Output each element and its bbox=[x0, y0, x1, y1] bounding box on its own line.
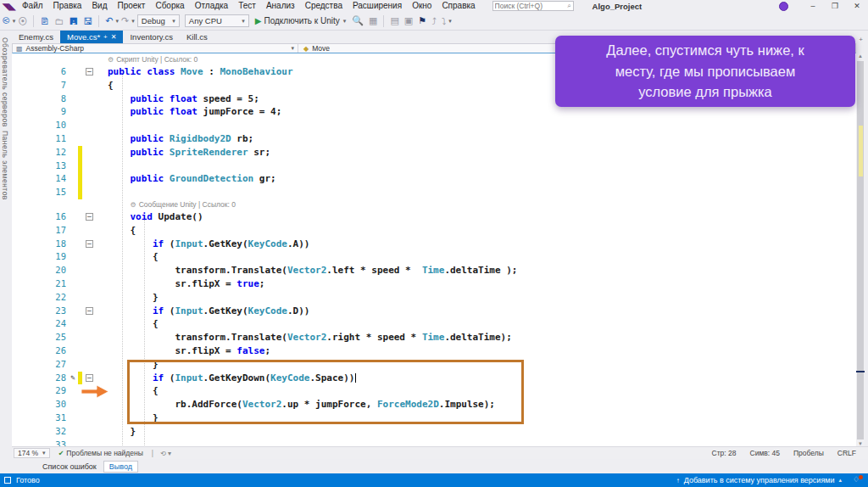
redo-icon[interactable]: ↷ bbox=[121, 15, 129, 26]
new-file-icon[interactable]: 🖹 bbox=[40, 16, 49, 26]
code-line-22[interactable]: 22 } bbox=[12, 291, 856, 305]
zoom-combo[interactable]: 174 % ▾ bbox=[14, 448, 50, 458]
codelens-row[interactable]: ⚙Сообщение Unity | Ссылок: 0 bbox=[12, 199, 856, 210]
codelens-icon: ⚙ bbox=[108, 56, 114, 64]
code-line-15[interactable]: 15 bbox=[12, 186, 856, 199]
fold-collapse-icon[interactable]: – bbox=[86, 213, 93, 221]
find-in-files-icon[interactable]: 🔍 bbox=[352, 15, 364, 26]
menu-анализ[interactable]: Анализ bbox=[261, 0, 300, 12]
eol-indicator[interactable]: CRLF bbox=[837, 449, 856, 457]
add-to-source-control-button[interactable]: Добавить в систему управления версиями bbox=[684, 476, 835, 484]
code-line-11[interactable]: 11 public Rigidbody2D rb; bbox=[12, 132, 856, 146]
menu-расширения[interactable]: Расширения bbox=[348, 0, 407, 12]
prev-bookmark-icon[interactable]: ⤴ bbox=[431, 16, 437, 26]
code-health-indicator[interactable]: ✔ Проблемы не найдены bbox=[58, 449, 143, 457]
attach-to-unity-button[interactable]: ▶ Подключить к Unity ▾ bbox=[255, 16, 347, 25]
code-line-21[interactable]: 21 sr.flipX = true; bbox=[12, 277, 856, 291]
scrollbar-thumb[interactable] bbox=[857, 61, 864, 439]
code-line-24[interactable]: 24 { bbox=[12, 317, 856, 331]
scroll-up-icon[interactable]: ▲ bbox=[856, 53, 865, 59]
close-tab-icon[interactable]: ✕ bbox=[111, 31, 117, 43]
menu-средства[interactable]: Средства bbox=[300, 0, 348, 12]
code-line-25[interactable]: 25 transform.Translate(Vector2.right * s… bbox=[12, 331, 856, 344]
restore-button[interactable]: ❐ bbox=[824, 0, 846, 12]
menu-bar: ФайлПравкаВидПроектСборкаОтладкаТестАнал… bbox=[17, 0, 481, 12]
code-line-18[interactable]: 18– if (Input.GetKey(KeyCode.A)) bbox=[12, 238, 856, 251]
chevron-down-icon: ▾ bbox=[42, 450, 46, 456]
comment-icon[interactable]: ▤ bbox=[390, 15, 398, 26]
code-line-9[interactable]: 9 public float jumpForce = 4; bbox=[12, 105, 856, 119]
account-avatar[interactable] bbox=[779, 2, 788, 11]
menu-проект[interactable]: Проект bbox=[112, 0, 150, 12]
menu-сборка[interactable]: Сборка bbox=[150, 0, 189, 12]
search-input[interactable] bbox=[495, 2, 563, 10]
code-line-20[interactable]: 20 transform.Translate(Vector2.left * sp… bbox=[12, 264, 856, 277]
uncomment-icon[interactable]: ▣ bbox=[404, 15, 413, 26]
save-all-icon[interactable]: 🖫 bbox=[83, 16, 92, 26]
fold-collapse-icon[interactable]: – bbox=[86, 374, 93, 382]
code-line-13[interactable]: 13 bbox=[12, 160, 856, 173]
document-tab-enemycs[interactable]: Enemy.cs bbox=[12, 31, 60, 43]
code-line-32[interactable]: 32 } bbox=[12, 425, 856, 439]
code-line-10[interactable]: 10 bbox=[12, 119, 856, 132]
menu-вид[interactable]: Вид bbox=[86, 0, 112, 12]
solution-explorer-icon[interactable]: ▦ bbox=[369, 15, 377, 26]
document-tab-inventorycs[interactable]: Inventory.cs bbox=[123, 31, 180, 43]
fold-collapse-icon[interactable]: – bbox=[86, 240, 93, 248]
code-line-23[interactable]: 23– if (Input.GetKey(KeyCode.D)) bbox=[12, 305, 856, 318]
health-label: Проблемы не найдены bbox=[66, 449, 143, 457]
notifications-button[interactable]: ♢ bbox=[853, 475, 863, 485]
menu-справка[interactable]: Справка bbox=[437, 0, 480, 12]
column-indicator[interactable]: Симв: 45 bbox=[750, 449, 780, 457]
menu-тест[interactable]: Тест bbox=[233, 0, 261, 12]
type-dropdown[interactable]: ◆ Move bbox=[298, 44, 330, 53]
code-line-17[interactable]: 17 { bbox=[12, 224, 856, 238]
fold-collapse-icon[interactable]: – bbox=[86, 68, 93, 76]
scrollbar-options-icon[interactable]: + bbox=[857, 36, 865, 43]
close-button[interactable]: ✕ bbox=[846, 0, 868, 12]
code-highlight-box bbox=[127, 360, 524, 424]
bookmark-icon[interactable]: ⚑ bbox=[418, 15, 426, 26]
code-line-14[interactable]: 14 public GroundDetection gr; bbox=[12, 172, 856, 186]
spaces-indicator[interactable]: Пробелы bbox=[793, 449, 824, 457]
next-bookmark-icon[interactable]: ⤵ bbox=[442, 16, 447, 26]
line-indicator[interactable]: Стр: 28 bbox=[712, 449, 737, 457]
menu-правка[interactable]: Правка bbox=[48, 0, 87, 12]
vertical-scrollbar[interactable]: ▲ ▼ bbox=[856, 53, 865, 446]
callout-line: условие для прыжка bbox=[638, 81, 772, 103]
minimize-button[interactable]: – bbox=[802, 0, 824, 12]
code-line-16[interactable]: 16– void Update() bbox=[12, 210, 856, 224]
document-tab-killcs[interactable]: Kill.cs bbox=[180, 31, 214, 43]
code-line-33[interactable]: 33 bbox=[12, 439, 856, 446]
document-tab-movecs[interactable]: Move.cs*+✕ bbox=[60, 31, 123, 43]
fold-collapse-icon[interactable]: – bbox=[86, 307, 93, 315]
menu-файл[interactable]: Файл bbox=[17, 0, 48, 12]
status-ready-label: Готово bbox=[16, 476, 40, 484]
save-icon[interactable]: 🖪 bbox=[69, 16, 78, 26]
debug-target-combo[interactable]: Debug ▾ bbox=[137, 14, 180, 27]
project-dropdown[interactable]: ▩ Assembly-CSharp ▾ bbox=[13, 44, 298, 53]
tab-error-list[interactable]: Список ошибок bbox=[37, 462, 102, 472]
navigate-back-icon[interactable]: ⧀ bbox=[3, 15, 10, 26]
platform-combo[interactable]: Any CPU ▾ bbox=[185, 14, 249, 27]
code-line-19[interactable]: 19 { bbox=[12, 250, 856, 264]
pin-icon[interactable]: + bbox=[103, 31, 108, 43]
quick-search-box[interactable]: ⌕ bbox=[492, 1, 574, 11]
redo-dropdown-caret[interactable]: ▾ bbox=[131, 18, 135, 25]
code-line-26[interactable]: 26 sr.flipX = false; bbox=[12, 344, 856, 358]
zoom-level: 174 % bbox=[18, 449, 38, 457]
toolbox-tab[interactable]: Панель элементов bbox=[1, 131, 9, 200]
undo-icon[interactable]: ↶ bbox=[105, 15, 113, 26]
menu-отладка[interactable]: Отладка bbox=[190, 0, 234, 12]
open-file-icon[interactable]: 🗀 bbox=[54, 16, 64, 26]
toolbar-separator: | bbox=[152, 449, 153, 457]
bottom-panel-tabs: Список ошибок Вывод bbox=[12, 459, 868, 473]
tab-output[interactable]: Вывод bbox=[103, 461, 138, 473]
server-explorer-tab[interactable]: Обозреватель серверов bbox=[1, 37, 9, 127]
menu-окно[interactable]: Окно bbox=[407, 0, 437, 12]
navigate-forward-icon[interactable]: ⦿ bbox=[18, 16, 27, 26]
diff-options-icon[interactable]: ⟲ ▾ bbox=[160, 450, 171, 457]
code-line-12[interactable]: 12 public SpriteRenderer sr; bbox=[12, 146, 856, 160]
tab-label: Kill.cs bbox=[186, 31, 208, 43]
undo-dropdown-caret[interactable]: ▾ bbox=[116, 18, 120, 25]
